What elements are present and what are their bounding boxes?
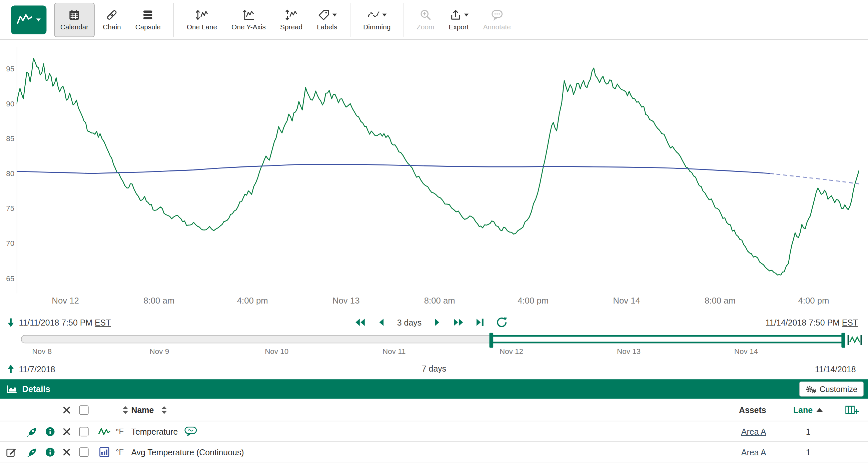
y-tick-label: 75 (0, 204, 14, 214)
export-icon (449, 8, 462, 22)
toolbar-label: Labels (317, 23, 337, 31)
step-backward-button[interactable] (375, 316, 388, 328)
dropdown-caret-icon (36, 18, 41, 21)
calendar-icon (68, 8, 81, 22)
dimming-icon (367, 8, 380, 22)
timebar-tick-label: Nov 14 (734, 347, 758, 356)
view-selector-button[interactable] (11, 5, 46, 34)
display-range-row: 11/11/2018 7:50 PM EST 3 days (0, 312, 868, 332)
timebar-trend-toggle-button[interactable] (847, 333, 862, 348)
item-checkbox[interactable] (79, 427, 88, 436)
info-icon (45, 426, 55, 437)
y-tick-label: 80 (0, 169, 14, 179)
toolbar-label: Spread (280, 23, 303, 31)
toolbar-button-one-lane[interactable]: One Lane (181, 2, 223, 37)
asset-link[interactable]: Area A (741, 447, 766, 457)
investigate-range-end-group: 11/14/2018 (815, 364, 856, 374)
toolbar-label: Calendar (60, 23, 88, 31)
customize-label: Customize (820, 385, 858, 393)
auto-update-button[interactable] (496, 316, 508, 328)
sort-control[interactable] (122, 405, 129, 414)
select-all-checkbox[interactable] (79, 405, 88, 414)
x-tick-label: Nov 12 (52, 296, 79, 305)
average-signal-icon (99, 447, 110, 457)
close-icon (62, 405, 71, 414)
timezone-link[interactable]: EST (842, 318, 858, 327)
range-handle-right[interactable] (841, 333, 845, 348)
info-icon (45, 447, 55, 457)
investigate-duration[interactable]: 7 days (422, 364, 446, 373)
asset-swap-button[interactable] (27, 447, 37, 457)
timezone-link[interactable]: EST (95, 318, 111, 327)
lane-layout-group: One Lane One Y-Axis (181, 2, 343, 37)
time-navigation: 3 days (354, 316, 508, 328)
toolbar-button-calendar[interactable]: Calendar (54, 2, 95, 37)
toolbar-button-export[interactable]: Export (442, 2, 475, 37)
annotation-bubble-icon[interactable] (184, 426, 198, 436)
toolbar-button-annotate: Annotate (477, 2, 517, 37)
item-checkbox[interactable] (79, 447, 88, 457)
capsule-time-group: Calendar Chain (54, 2, 167, 37)
item-lane: 1 (781, 427, 836, 436)
display-range-end[interactable]: 11/14/2018 7:50 PM EST (765, 318, 858, 327)
zoom-icon (419, 8, 432, 22)
toolbar-button-spread[interactable]: Spread (274, 2, 308, 37)
timebar-tick-label: Nov 12 (499, 347, 523, 356)
investigate-selected-region[interactable] (491, 335, 843, 343)
toolbar-button-dimming[interactable]: Dimming (357, 2, 397, 37)
display-range-start-group: 11/11/2018 7:50 PM EST (7, 317, 111, 328)
jump-backward-button[interactable] (354, 316, 366, 328)
asset-link[interactable]: Area A (741, 427, 766, 436)
range-handle-left[interactable] (489, 333, 493, 348)
column-header-lane[interactable]: Lane (793, 405, 813, 414)
timebar-tick-label: Nov 13 (617, 347, 641, 356)
item-info-button[interactable] (45, 447, 55, 457)
remove-item-button[interactable] (62, 447, 71, 457)
double-right-arrow-icon (453, 316, 465, 328)
y-tick-label: 70 (0, 239, 14, 249)
column-header-name[interactable]: Name (131, 405, 154, 414)
sort-control-name[interactable] (160, 405, 168, 414)
rocket-icon (27, 426, 37, 437)
toolbar-button-chain[interactable]: Chain (97, 2, 127, 37)
item-name[interactable]: Avg Temperature (Continuous) (131, 447, 244, 457)
toolbar-label: Dimming (363, 23, 391, 31)
step-to-end-button[interactable] (474, 316, 487, 328)
one-lane-icon (195, 8, 209, 22)
x-tick-label: 4:00 pm (237, 296, 268, 305)
column-header-assets[interactable]: Assets (739, 405, 766, 414)
toolbar-button-labels[interactable]: Labels (311, 2, 343, 37)
jump-forward-button[interactable] (453, 316, 465, 328)
display-range-end-text[interactable]: 11/14/2018 7:50 PM (765, 318, 839, 327)
add-column-button[interactable] (845, 405, 859, 415)
display-range-start[interactable]: 11/11/2018 7:50 PM EST (19, 318, 111, 327)
customize-button[interactable]: Customize (799, 382, 863, 397)
investigate-track[interactable]: Nov 8Nov 9Nov 10Nov 11Nov 12Nov 13Nov 14 (21, 335, 844, 343)
add-column-icon (845, 405, 859, 415)
close-icon (62, 427, 71, 436)
y-tick-label: 65 (0, 274, 14, 284)
annotate-icon (490, 8, 503, 22)
step-forward-button[interactable] (431, 316, 443, 328)
seeq-trend-workbench: Calendar Chain (0, 0, 868, 468)
remove-item-button[interactable] (62, 427, 71, 436)
dropdown-caret-icon (382, 13, 387, 17)
x-tick-label: 8:00 am (144, 296, 175, 305)
capsule-icon (142, 8, 155, 22)
edit-formula-button[interactable] (5, 446, 17, 458)
item-name[interactable]: Temperature (131, 427, 178, 436)
remove-all-items-button[interactable] (62, 405, 71, 414)
x-tick-label: 8:00 am (705, 296, 736, 305)
item-lane: 1 (781, 447, 836, 457)
y-tick-label: 85 (0, 134, 14, 144)
display-duration[interactable]: 3 days (397, 318, 422, 327)
display-range-start-text[interactable]: 11/11/2018 7:50 PM (19, 318, 92, 327)
gears-icon (805, 384, 816, 394)
toolbar-button-capsule[interactable]: Capsule (129, 2, 167, 37)
x-tick-label: Nov 13 (333, 296, 360, 305)
details-title: Details (22, 384, 50, 394)
toolbar-button-one-y-axis[interactable]: One Y-Axis (225, 2, 272, 37)
trend-plot[interactable] (17, 47, 859, 294)
item-info-button[interactable] (45, 426, 55, 437)
asset-swap-button[interactable] (27, 426, 37, 437)
